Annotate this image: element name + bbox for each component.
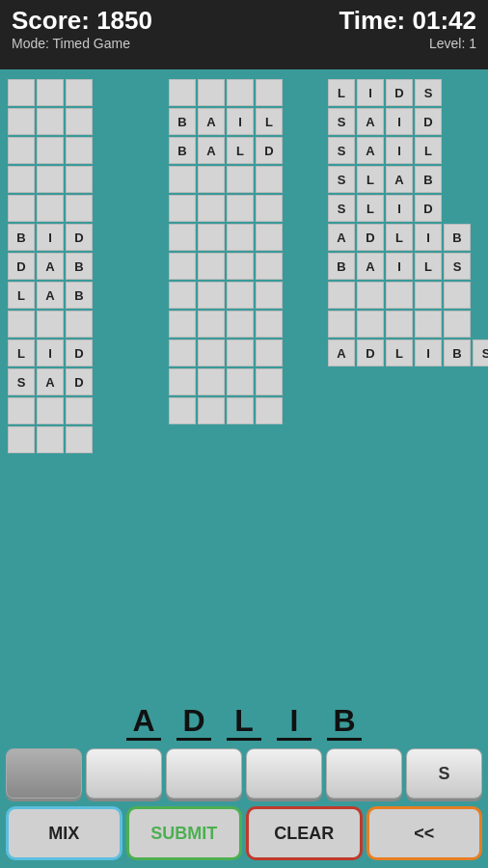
grid-row: BALD — [169, 137, 283, 164]
grid-row: LID — [8, 339, 93, 366]
grid-cell: D — [66, 368, 93, 395]
grid-cell: A — [357, 137, 384, 164]
grid-cell — [256, 195, 283, 222]
time-display: Time: 01:42 — [339, 6, 476, 36]
grid-row: BAILS — [328, 253, 488, 280]
game-area: BIDDABLABLIDSAD BAILBALD LIDSSAIDSAILSLA… — [0, 69, 488, 610]
grid-cell — [227, 253, 254, 280]
grid-row: SLID — [328, 195, 488, 222]
grid-cell — [415, 311, 442, 338]
grid-cell: I — [386, 195, 413, 222]
grid-cell: A — [328, 224, 355, 251]
action-row: MIX SUBMIT CLEAR << — [0, 802, 488, 868]
grid-cell: A — [198, 137, 225, 164]
grid-cell — [357, 311, 384, 338]
grid-row — [169, 166, 283, 193]
grid-row — [8, 108, 93, 135]
letter-underline — [176, 738, 211, 741]
grid-cell — [37, 166, 64, 193]
keyboard-row: S — [0, 741, 488, 802]
grid-cell — [198, 368, 225, 395]
grid-cell: I — [37, 339, 64, 366]
grid-cell — [198, 339, 225, 366]
grid-cell — [198, 79, 225, 106]
grid-cell — [328, 311, 355, 338]
grid-cell — [37, 426, 64, 453]
grid-cell: A — [357, 253, 384, 280]
grid-cell: D — [415, 108, 442, 135]
letter-char: I — [290, 705, 299, 736]
key-button-5[interactable]: S — [406, 748, 482, 799]
key-button-2[interactable] — [166, 748, 242, 799]
grid-cell: I — [386, 253, 413, 280]
grid-cell: L — [8, 339, 35, 366]
grid-cell: A — [357, 108, 384, 135]
grid-cell: B — [66, 253, 93, 280]
submit-button[interactable]: SUBMIT — [126, 806, 243, 860]
grid-cell: D — [415, 195, 442, 222]
grid-cell: B — [169, 137, 196, 164]
grid-cell — [256, 79, 283, 106]
grid-row: LIDS — [328, 79, 488, 106]
grid-cell — [169, 195, 196, 222]
grid-row: SAIL — [328, 137, 488, 164]
grid-cell — [227, 311, 254, 338]
clear-button[interactable]: CLEAR — [246, 806, 363, 860]
letter-underline — [327, 738, 362, 741]
grid-row: ADLIB — [328, 224, 488, 251]
grid-cell — [357, 282, 384, 309]
grid-cell: L — [386, 224, 413, 251]
grid-cell — [227, 282, 254, 309]
grid-cell: A — [37, 253, 64, 280]
grid-cell — [256, 253, 283, 280]
grid-cell: A — [328, 339, 355, 366]
grid-cell — [256, 224, 283, 251]
grid-cell — [8, 166, 35, 193]
grid-cell — [227, 224, 254, 251]
mix-button[interactable]: MIX — [6, 806, 122, 860]
grid-cell: B — [328, 253, 355, 280]
back-button[interactable]: << — [366, 806, 483, 860]
grid-cell: D — [8, 253, 35, 280]
key-button-3[interactable] — [246, 748, 322, 799]
grid-cell — [66, 426, 93, 453]
grid-cell — [227, 368, 254, 395]
grid-column-mid: BAILBALD — [169, 79, 283, 424]
grid-cell — [198, 282, 225, 309]
grid-cell — [169, 339, 196, 366]
grid-row — [169, 282, 283, 309]
grid-cell — [8, 397, 35, 424]
letter-slot: I — [277, 705, 312, 741]
grid-row — [169, 368, 283, 395]
grid-cell: L — [328, 79, 355, 106]
header-left: Score: 1850 Mode: Timed Game — [12, 6, 152, 51]
letter-slot: A — [126, 705, 161, 741]
grid-row: SLAB — [328, 166, 488, 193]
grid-cell — [444, 282, 471, 309]
score-display: Score: 1850 — [12, 6, 152, 36]
key-button-4[interactable] — [326, 748, 402, 799]
key-button-1[interactable] — [86, 748, 162, 799]
letter-underline — [227, 738, 261, 741]
grid-cell: S — [328, 166, 355, 193]
grid-cell — [169, 79, 196, 106]
grid-row: ADLIBS — [328, 339, 488, 366]
grid-row — [8, 397, 93, 424]
grid-cell — [66, 311, 93, 338]
letter-char: A — [132, 705, 154, 736]
grid-row: SAD — [8, 368, 93, 395]
grid-cell: S — [328, 137, 355, 164]
grid-cell: B — [444, 224, 471, 251]
grid-cell — [66, 195, 93, 222]
key-button-0[interactable] — [6, 748, 82, 799]
grid-cell: S — [328, 108, 355, 135]
bottom-section: ADLIB S MIX SUBMIT CLEAR << — [0, 673, 488, 868]
grid-row — [169, 397, 283, 424]
grid-cell — [169, 253, 196, 280]
grid-cell: L — [8, 282, 35, 309]
grid-cell: I — [227, 108, 254, 135]
grid-cell: D — [386, 79, 413, 106]
grid-cell: D — [357, 224, 384, 251]
letter-slot: L — [227, 705, 261, 741]
grid-cell — [198, 224, 225, 251]
